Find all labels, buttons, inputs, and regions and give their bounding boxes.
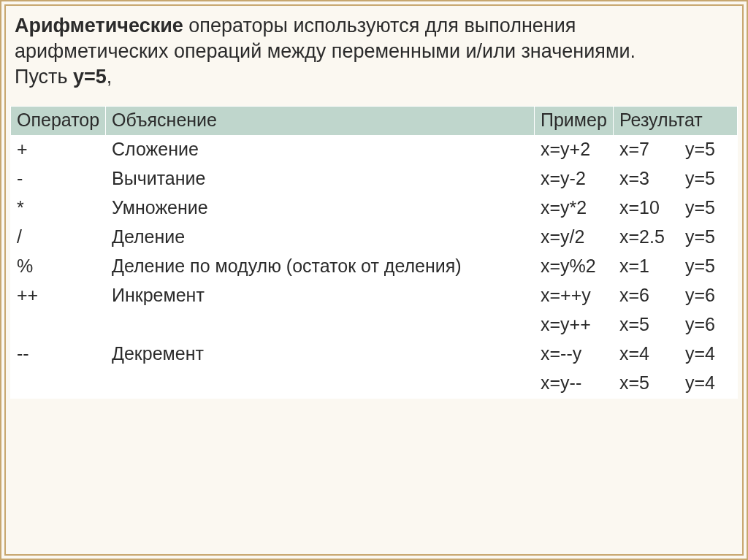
cell-explanation: Деление	[106, 223, 535, 253]
cell-result-y: y=5	[679, 223, 737, 253]
cell-result-y: y=6	[679, 311, 737, 340]
cell-example: x=--y	[534, 340, 613, 369]
cell-result-x: x=5	[613, 369, 679, 399]
cell-operator: +	[11, 136, 106, 165]
table-row: * Умножение x=y*2 x=10 y=5	[11, 194, 738, 223]
cell-result-y: y=5	[679, 253, 737, 282]
slide: Арифметические операторы используются дл…	[0, 0, 748, 560]
cell-example: x=y+2	[534, 136, 613, 165]
cell-explanation: Умножение	[106, 194, 535, 223]
table-row: ++ Инкремент x=++y x=6 y=6	[11, 282, 738, 311]
cell-result-y: y=5	[679, 165, 737, 194]
cell-explanation: Сложение	[106, 136, 535, 165]
table-row: + Сложение x=y+2 x=7 y=5	[11, 136, 738, 165]
col-example: Пример	[534, 107, 613, 136]
cell-example: x=y%2	[534, 253, 613, 282]
col-operator: Оператор	[11, 107, 106, 136]
cell-operator: *	[11, 194, 106, 223]
heading-bold: Арифметические	[15, 15, 183, 37]
cell-explanation: Декремент	[106, 340, 535, 399]
cell-example: x=y/2	[534, 223, 613, 253]
cell-example: x=y--	[534, 369, 613, 399]
cell-result-x: x=6	[613, 282, 679, 311]
cell-example: x=y++	[534, 311, 613, 340]
cell-explanation: Деление по модулю (остаток от деления)	[106, 253, 535, 282]
cell-result-x: x=3	[613, 165, 679, 194]
table-row: -- Декремент x=--y x=4 y=4	[11, 340, 738, 369]
table-body: + Сложение x=y+2 x=7 y=5 - Вычитание x=y…	[11, 136, 738, 399]
col-explanation: Объяснение	[106, 107, 535, 136]
cell-result-y: y=6	[679, 282, 737, 311]
table-row: / Деление x=y/2 x=2.5 y=5	[11, 223, 738, 253]
cell-result-x: x=1	[613, 253, 679, 282]
cell-result-y: y=4	[679, 340, 737, 369]
cell-operator: -	[11, 165, 106, 194]
heading-line2-prefix: Пусть	[15, 66, 73, 88]
cell-result-x: x=2.5	[613, 223, 679, 253]
cell-explanation: Вычитание	[106, 165, 535, 194]
col-result: Результат	[613, 107, 737, 136]
cell-result-y: y=5	[679, 136, 737, 165]
table-row: % Деление по модулю (остаток от деления)…	[11, 253, 738, 282]
table-header-row: Оператор Объяснение Пример Результат	[11, 107, 738, 136]
heading-paragraph: Арифметические операторы используются дл…	[15, 13, 733, 90]
cell-example: x=y-2	[534, 165, 613, 194]
cell-result-x: x=7	[613, 136, 679, 165]
operators-table: Оператор Объяснение Пример Результат + С…	[10, 106, 738, 399]
cell-example: x=y*2	[534, 194, 613, 223]
cell-explanation: Инкремент	[106, 282, 535, 340]
cell-operator: /	[11, 223, 106, 253]
heading-line2-bold: y=5	[73, 66, 107, 88]
cell-operator: --	[11, 340, 106, 399]
cell-operator: %	[11, 253, 106, 282]
cell-result-y: y=5	[679, 194, 737, 223]
cell-example: x=++y	[534, 282, 613, 311]
cell-result-x: x=4	[613, 340, 679, 369]
cell-operator: ++	[11, 282, 106, 340]
heading-line2-suffix: ,	[107, 66, 112, 88]
cell-result-x: x=5	[613, 311, 679, 340]
table-row: - Вычитание x=y-2 x=3 y=5	[11, 165, 738, 194]
cell-result-x: x=10	[613, 194, 679, 223]
cell-result-y: y=4	[679, 369, 737, 399]
